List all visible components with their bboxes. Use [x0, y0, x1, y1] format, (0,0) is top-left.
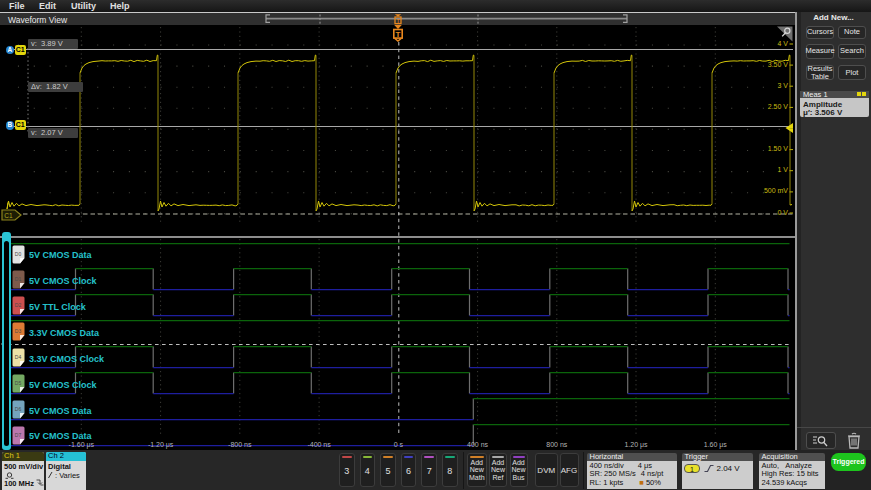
svg-text:D7: D7 — [14, 432, 21, 438]
svg-text:D2: D2 — [14, 302, 21, 308]
svg-text:D3: D3 — [14, 328, 21, 334]
svg-text:D4: D4 — [14, 354, 21, 360]
svg-text:D1: D1 — [14, 276, 21, 282]
svg-text:T: T — [396, 17, 400, 23]
svg-text:C1: C1 — [4, 212, 13, 219]
svg-text:D6: D6 — [14, 406, 21, 412]
svg-text:D5: D5 — [14, 380, 21, 386]
svg-text:D0: D0 — [14, 251, 21, 257]
svg-text:T: T — [396, 30, 401, 39]
